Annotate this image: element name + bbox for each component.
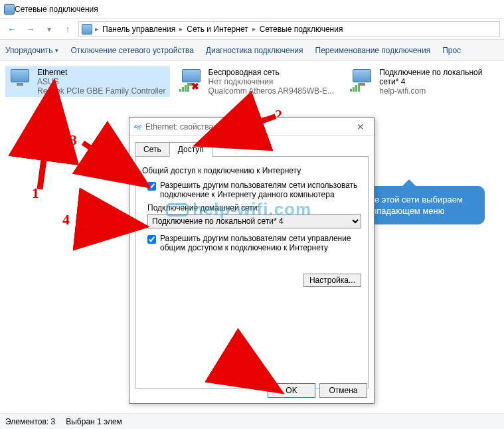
shield-icon: 🛩 (133, 122, 141, 131)
nav-up-button[interactable]: ↑ (60, 21, 76, 37)
disable-device-button[interactable]: Отключение сетевого устройства (70, 46, 193, 55)
window-titlebar: Сетевые подключения (0, 0, 504, 19)
breadcrumb[interactable]: Сетевые подключения (258, 25, 345, 34)
status-bar: Элементов: 3 Выбран 1 элем (0, 413, 504, 429)
toolbar-label: Упорядочить (5, 46, 52, 55)
rename-button[interactable]: Переименование подключения (315, 46, 431, 55)
chevron-down-icon: ▾ (55, 47, 58, 54)
connection-status: help-wifi.com (379, 86, 497, 96)
network-adapter-icon (7, 68, 33, 94)
chevron-right-icon: ▸ (252, 25, 256, 33)
annotation-number-4: 4 (62, 211, 70, 228)
connection-wireless[interactable]: ✖ Беспроводная сеть Нет подключения Qual… (177, 66, 341, 97)
allow-control-checkbox[interactable] (147, 235, 156, 244)
nav-back-button[interactable]: ← (4, 21, 20, 37)
home-network-select[interactable]: Подключение по локальной сети* 4 (147, 214, 361, 228)
address-path[interactable]: ▸ Панель управления ▸ Сеть и Интернет ▸ … (78, 21, 500, 37)
chevron-right-icon: ▸ (95, 25, 98, 33)
allow-sharing-label: Разрешить другим пользователям сети испо… (160, 181, 361, 199)
close-button[interactable]: ✕ (351, 120, 370, 133)
connection-device: Realtek PCIe GBE Family Controller (37, 86, 169, 96)
connection-name: Ethernet (37, 68, 169, 77)
dialog-title: Ethernet: свойства (145, 122, 213, 131)
properties-button[interactable]: Прос (442, 46, 461, 55)
annotation-number-1: 1 (32, 185, 39, 202)
connection-status: ASUS (37, 77, 169, 86)
group-title: Общий доступ к подключению к Интернету (142, 166, 361, 175)
nav-recent-button[interactable]: ▾ (41, 21, 57, 37)
home-network-label: Подключение домашней сети: (147, 203, 361, 213)
tab-access[interactable]: Доступ (169, 142, 212, 157)
disconnected-icon: ✖ (191, 81, 199, 92)
dialog-tabs: Сеть Доступ (135, 142, 369, 157)
status-elements: Элементов: 3 (5, 417, 55, 426)
chevron-right-icon: ▸ (179, 25, 183, 33)
connection-device: Qualcomm Atheros AR9485WB-E... (209, 86, 340, 96)
address-bar: ← → ▾ ↑ ▸ Панель управления ▸ Сеть и Инт… (0, 19, 504, 40)
network-adapter-icon (349, 68, 375, 94)
control-panel-icon (4, 4, 15, 15)
control-panel-icon (82, 24, 92, 35)
cancel-button[interactable]: Отмена (319, 383, 367, 398)
organize-menu[interactable]: Упорядочить ▾ (5, 46, 58, 55)
diagnose-button[interactable]: Диагностика подключения (206, 46, 303, 55)
tab-panel-access: Общий доступ к подключению к Интернету Р… (135, 156, 369, 388)
allow-sharing-checkbox[interactable] (147, 182, 156, 191)
connection-name: Беспроводная сеть (209, 68, 340, 77)
connection-name: Подключение по локальной сети* 4 (379, 68, 497, 86)
toolbar: Упорядочить ▾ Отключение сетевого устрой… (0, 40, 504, 61)
tab-network[interactable]: Сеть (135, 142, 170, 157)
window-title: Сетевые подключения (15, 5, 98, 14)
annotation-number-3: 3 (70, 131, 77, 149)
connection-local-4[interactable]: Подключение по локальной сети* 4 help-wi… (347, 66, 499, 97)
properties-dialog: 🛩 Ethernet: свойства ✕ Сеть Доступ Общий… (129, 117, 375, 404)
connection-ethernet[interactable]: Ethernet ASUS Realtek PCIe GBE Family Co… (5, 66, 170, 97)
nav-forward-button[interactable]: → (23, 21, 39, 37)
dialog-titlebar: 🛩 Ethernet: свойства ✕ (129, 118, 374, 136)
breadcrumb[interactable]: Сеть и Интернет (185, 25, 249, 34)
allow-control-label: Разрешить другим пользователям сети упра… (160, 234, 361, 252)
breadcrumb[interactable]: Панель управления (101, 25, 177, 34)
settings-button[interactable]: Настройка... (303, 274, 361, 287)
status-selected: Выбран 1 элем (66, 417, 122, 426)
network-adapter-icon: ✖ (178, 68, 205, 94)
ok-button[interactable]: OK (268, 383, 315, 398)
connection-status: Нет подключения (209, 77, 340, 86)
